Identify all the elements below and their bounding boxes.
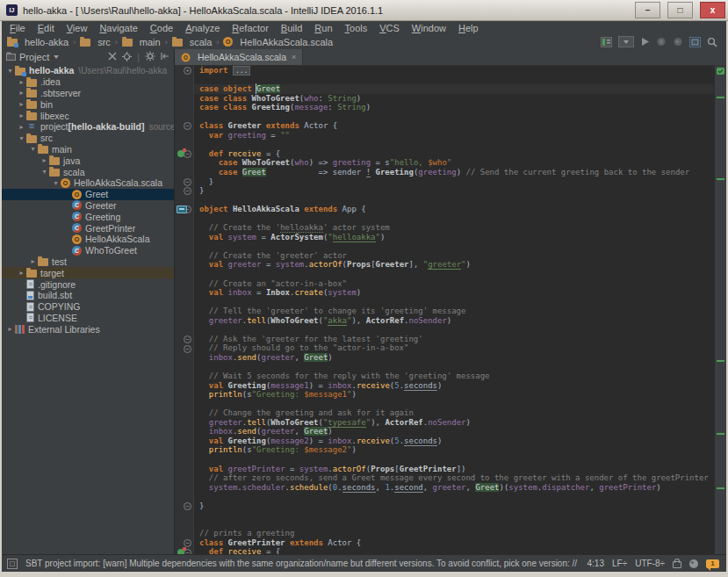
hide-panel-icon[interactable] [161, 52, 169, 62]
usage-marker[interactable] [717, 97, 724, 98]
code-line[interactable]: val Greeting(message2) = inbox.receive(5… [199, 436, 714, 446]
code-line[interactable]: // Create the 'helloakka' actor system [199, 223, 714, 233]
editor-scrollbar[interactable] [714, 66, 726, 555]
code-line[interactable]: system.scheduler.schedule(0.seconds, 1.s… [199, 483, 714, 493]
tree-item-java[interactable]: ▸java [2, 155, 174, 166]
code-line[interactable] [199, 196, 714, 206]
code-line[interactable] [199, 214, 714, 224]
tree-item-hello-akka[interactable]: ▾hello-akka\Users\Raul\hello-akka [2, 65, 174, 76]
tree-item-external-libraries[interactable]: ▸External Libraries [2, 323, 174, 335]
code-line[interactable]: val inbox = Inbox.create(system) [199, 288, 714, 298]
coverage-button[interactable] [673, 37, 683, 47]
code-line[interactable]: case Greet => sender ! Greeting(greeting… [199, 168, 714, 177]
project-view-selector[interactable]: Project [6, 52, 60, 62]
usage-marker[interactable] [717, 360, 724, 362]
settings-gear-icon[interactable] [145, 51, 155, 63]
status-message[interactable]: SBT project import: [warn] Multiple depe… [25, 559, 580, 568]
breadcrumb-src[interactable]: src [80, 37, 111, 47]
run-config-dropdown[interactable] [618, 36, 634, 47]
code-line[interactable]: greeter.tell(WhoToGreet("typesafe"), Act… [199, 418, 714, 428]
collapsed-arrow-icon[interactable]: ▸ [17, 269, 26, 277]
run-button[interactable] [640, 37, 650, 47]
code-line[interactable]: // Tell the 'greeter' to change its 'gre… [199, 307, 714, 316]
tree-item--gitignore[interactable]: .gitignore [2, 278, 174, 290]
expanded-arrow-icon[interactable]: ▾ [5, 67, 15, 75]
fold-collapse-icon[interactable]: − [184, 178, 191, 186]
tree-item-whotogreet[interactable]: WhoToGreet [2, 245, 174, 256]
tree-item-src[interactable]: ▾src [2, 133, 174, 144]
code-line[interactable]: case WhoToGreet(who) => greeting = s"hel… [199, 158, 714, 168]
code-line[interactable]: def receive = { [199, 149, 714, 159]
minimize-button[interactable]: – [635, 2, 660, 18]
collapsed-arrow-icon[interactable]: ▸ [28, 257, 38, 265]
line-ending-selector[interactable]: LF÷ [612, 559, 627, 568]
tree-item-greeting[interactable]: Greeting [2, 211, 174, 222]
tree-item-greetprinter[interactable]: GreetPrinter [2, 222, 174, 234]
menu-view[interactable]: View [61, 23, 94, 33]
code-line[interactable] [199, 455, 714, 465]
expanded-arrow-icon[interactable]: ▾ [17, 134, 26, 142]
encoding-selector[interactable]: UTF-8÷ [635, 559, 665, 568]
collapsed-arrow-icon[interactable]: ▸ [40, 156, 49, 164]
code-line[interactable]: println(s"Greeting: $message2") [199, 445, 714, 455]
tree-item-test[interactable]: ▸test [2, 256, 174, 268]
menu-edit[interactable]: Edit [32, 23, 61, 33]
code-line[interactable] [199, 325, 714, 335]
code-line[interactable]: var greeting = "" [199, 131, 714, 141]
code-line[interactable] [199, 510, 714, 520]
expanded-arrow-icon[interactable]: ▾ [40, 168, 49, 176]
toolwindow-switcher-icon[interactable] [7, 559, 18, 569]
tree-item-project[interactable]: ▸project [hello-akka-build]sources root [2, 121, 174, 133]
usage-marker[interactable] [717, 487, 724, 489]
code-line[interactable]: // Wait 5 seconds for the reply with the… [199, 371, 714, 381]
scroll-from-source-icon[interactable] [122, 52, 132, 63]
code-line[interactable]: object HelloAkkaScala extends App { [199, 205, 714, 214]
code-line[interactable]: class GreetPrinter extends Actor { [199, 538, 714, 548]
code-line[interactable] [199, 76, 714, 85]
code-text[interactable]: import ...case object Greetcase class Wh… [194, 66, 714, 555]
fold-collapse-icon[interactable]: − [184, 502, 191, 510]
code-line[interactable]: // Change the greeting and ask for it ag… [199, 408, 714, 418]
code-line[interactable]: class Greeter extends Actor { [199, 121, 714, 131]
usage-marker[interactable] [717, 433, 724, 435]
implements-marker-icon[interactable] [177, 150, 184, 157]
menu-help[interactable]: Help [452, 23, 485, 33]
runnable-app-icon[interactable] [177, 206, 187, 213]
search-everywhere-icon[interactable] [707, 37, 717, 47]
lock-icon[interactable] [673, 561, 681, 568]
code-line[interactable]: inbox.send(greeter, Greet) [199, 427, 714, 436]
tree-item-license[interactable]: LICENSE [2, 313, 174, 324]
menu-tools[interactable]: Tools [339, 23, 374, 33]
caret-position[interactable]: 4:13 [587, 559, 604, 568]
code-line[interactable] [199, 270, 714, 279]
code-line[interactable]: val Greeting(message1) = inbox.receive(5… [199, 381, 714, 391]
breadcrumb-helloakkascala.scala[interactable]: HelloAkkaScala.scala [223, 37, 333, 47]
code-line[interactable]: case object Greet [194, 84, 714, 94]
code-line[interactable]: println(s"Greeting: $message1") [199, 390, 714, 400]
usage-marker[interactable] [717, 178, 724, 180]
collapsed-arrow-icon[interactable]: ▸ [17, 123, 26, 131]
tree-item-target[interactable]: ▸target [2, 267, 174, 278]
menu-build[interactable]: Build [275, 23, 308, 33]
maximize-button[interactable]: □ [667, 2, 693, 18]
breadcrumb-hello-akka[interactable]: hello-akka [7, 37, 68, 47]
code-line[interactable] [199, 363, 714, 372]
tab-helloakkascala[interactable]: HelloAkkaScala.scala × [175, 49, 303, 65]
menu-run[interactable]: Run [308, 23, 338, 33]
code-line[interactable]: inbox.send(greeter, Greet) [199, 353, 714, 363]
fold-expand-icon[interactable]: + [184, 67, 191, 75]
breadcrumb-scala[interactable]: scala [172, 37, 213, 47]
code-line[interactable] [199, 140, 714, 149]
code-line[interactable] [199, 492, 714, 501]
project-structure-icon[interactable] [689, 37, 701, 47]
code-line[interactable]: val system = ActorSystem("helloakka") [199, 233, 714, 242]
inspection-status-icon[interactable] [717, 68, 724, 75]
tree-item-libexec[interactable]: ▸libexec [2, 110, 174, 121]
code-line[interactable]: // Ask the 'greeter for the latest 'gree… [199, 335, 714, 344]
tree-item-main[interactable]: ▾main [2, 144, 174, 155]
tree-item--idea[interactable]: ▸.idea [2, 76, 174, 88]
collapsed-arrow-icon[interactable]: ▸ [17, 100, 26, 108]
menu-window[interactable]: Window [406, 23, 452, 33]
code-line[interactable] [199, 520, 714, 530]
tree-item-copying[interactable]: COPYING [2, 301, 174, 313]
